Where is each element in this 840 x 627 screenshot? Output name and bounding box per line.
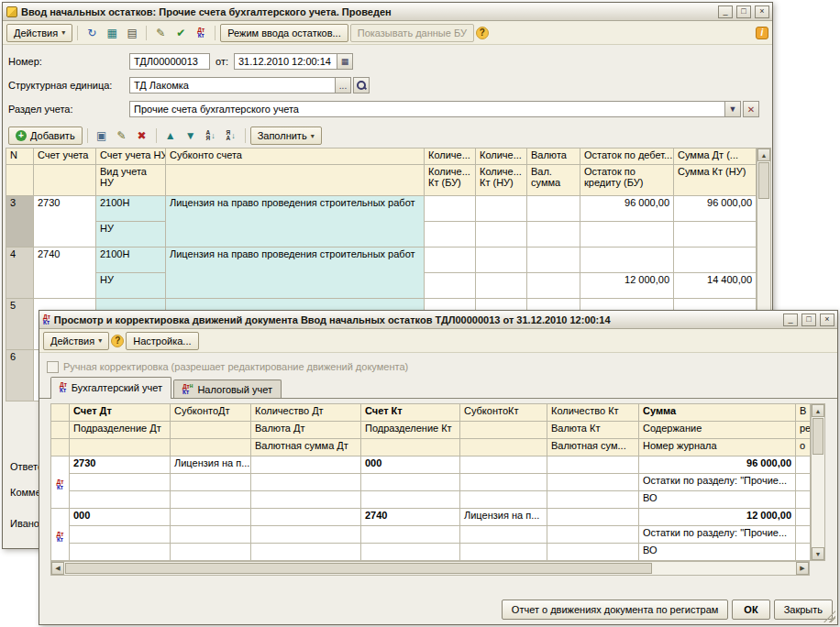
qty-cell[interactable] — [425, 196, 476, 222]
fill-menu-button[interactable]: Заполнить ▾ — [250, 126, 322, 145]
account-nu-cell[interactable]: 2100Н — [96, 248, 166, 273]
sum-dt-cell[interactable]: 96 000,00 — [674, 196, 757, 222]
sort-asc-icon[interactable]: АЯ ↓ — [202, 126, 220, 145]
table-icon[interactable]: ▦ — [103, 24, 121, 42]
debit-balance-cell[interactable] — [580, 248, 674, 273]
qty-cell[interactable] — [476, 222, 527, 248]
lookup-ellipsis-icon[interactable]: ... — [336, 77, 351, 94]
minimize-button[interactable]: _ — [783, 314, 798, 326]
scrollbar-thumb[interactable] — [758, 162, 769, 199]
empty-cell[interactable] — [70, 544, 171, 561]
qty-cell[interactable] — [476, 196, 527, 222]
qty-dt-cell[interactable] — [251, 509, 361, 526]
qty-cell[interactable] — [476, 248, 527, 273]
cur-kt-cell[interactable] — [547, 526, 639, 544]
credit-balance-cell[interactable]: 12 000,00 — [580, 273, 674, 299]
move-up-icon[interactable]: ▲ — [161, 126, 180, 145]
cut-cell[interactable] — [796, 474, 811, 491]
qty-dt-cell[interactable] — [251, 456, 361, 474]
post-icon[interactable]: ✔ — [171, 24, 190, 42]
dept-dt-cell[interactable] — [70, 526, 171, 544]
row-number-cell[interactable]: 3 — [6, 196, 34, 248]
content-cell[interactable]: Остатки по разделу: "Прочие... — [639, 474, 796, 491]
account-kt-cell[interactable]: 2740 — [361, 509, 460, 526]
combo-arrow-icon[interactable]: ▼ — [725, 101, 741, 117]
number-input[interactable]: ТДЛ00000013 — [129, 53, 210, 70]
table-row[interactable]: 4 2740 2100Н Лицензия на право проведени… — [6, 248, 757, 273]
empty-cell[interactable] — [171, 491, 251, 509]
sum-kt-cell[interactable] — [674, 222, 757, 248]
table-row[interactable]: 3 2730 2100Н Лицензия на право проведени… — [6, 196, 757, 222]
edit-icon[interactable]: ✎ — [151, 24, 170, 42]
account-dt-cell[interactable]: 2730 — [70, 456, 171, 474]
subconto-kt-cell[interactable]: Лицензия на п... — [460, 509, 547, 526]
qty-cell[interactable] — [425, 222, 476, 248]
help-icon[interactable]: ? — [111, 335, 124, 347]
kind-nu-cell[interactable]: НУ — [96, 273, 166, 299]
qty-cell[interactable] — [476, 273, 527, 299]
account-dt-cell[interactable]: 000 — [70, 509, 171, 526]
currency-cell[interactable] — [527, 196, 580, 222]
empty-cell[interactable] — [361, 544, 460, 561]
curamt-dt-cell[interactable] — [251, 544, 361, 561]
ok-button[interactable]: ОК — [732, 600, 769, 620]
subconto-kt-cell[interactable] — [460, 456, 547, 474]
row-number-cell[interactable]: 4 — [6, 248, 34, 299]
sum-cell[interactable]: 96 000,00 — [639, 456, 796, 474]
qty-cell[interactable] — [425, 273, 476, 299]
actions-menu-button[interactable]: Действия ▾ — [6, 24, 72, 42]
row-number-cell[interactable]: 5 — [6, 299, 34, 350]
tab-tax[interactable]: ДтН Кт Налоговый учет — [173, 380, 282, 398]
movement-row-line3[interactable]: ВО — [51, 491, 811, 509]
maximize-button[interactable]: □ — [736, 6, 751, 18]
movement-row-line2[interactable]: Остатки по разделу: "Прочие... — [51, 526, 811, 544]
qty-kt-cell[interactable] — [547, 456, 639, 474]
sort-desc-icon[interactable]: ЯА ↓ — [222, 126, 240, 145]
journal-cell[interactable]: ВО — [639, 544, 796, 561]
kind-nu-cell[interactable]: НУ — [96, 222, 166, 248]
subconto-dt-cell[interactable] — [171, 509, 251, 526]
info-icon[interactable]: i — [756, 27, 768, 39]
date-input[interactable]: 31.12.2010 12:00:14 — [234, 53, 337, 70]
scroll-left-icon[interactable]: ◀ — [51, 562, 64, 575]
curamt-kt-cell[interactable] — [547, 491, 639, 509]
empty-cell[interactable] — [171, 544, 251, 561]
empty-cell[interactable] — [70, 491, 171, 509]
close-button[interactable]: × — [820, 314, 834, 326]
magnifier-icon[interactable] — [353, 77, 370, 94]
cut-cell[interactable] — [796, 526, 811, 544]
section-input[interactable]: Прочие счета бухгалтерского учета — [129, 101, 725, 117]
titlebar[interactable]: Ввод начальных остатков: Прочие счета бу… — [3, 3, 772, 21]
copy-row-icon[interactable]: ▣ — [93, 126, 111, 145]
movement-row-line2[interactable]: Остатки по разделу: "Прочие... — [51, 474, 811, 491]
empty-cell[interactable] — [361, 491, 460, 509]
movement-row[interactable]: ДтКт 2730 Лицензия на п... 000 96 000,00 — [51, 456, 811, 474]
row-number-cell[interactable]: 6 — [6, 350, 34, 402]
subconto-cell[interactable]: Лицензия на право проведения строительны… — [166, 248, 425, 299]
scroll-up-icon[interactable]: ▲ — [757, 148, 770, 161]
account-nu-cell[interactable]: 2100Н — [96, 196, 166, 222]
balance-entry-mode-button[interactable]: Режим ввода остатков... — [220, 24, 348, 42]
account-cell[interactable]: 2730 — [34, 196, 96, 248]
subconto-dt-cell[interactable]: Лицензия на п... — [171, 456, 251, 474]
close-button[interactable]: Закрыть — [774, 600, 833, 620]
debit-balance-cell[interactable]: 96 000,00 — [580, 196, 674, 222]
refresh-icon[interactable]: ↻ — [83, 24, 101, 42]
vertical-scrollbar[interactable]: ▲ ▼ — [811, 403, 825, 561]
actions-menu-button[interactable]: Действия ▾ — [43, 332, 109, 350]
currency-cell[interactable] — [527, 248, 580, 273]
structural-unit-input[interactable]: ТД Лакомка — [129, 77, 336, 94]
curamt-dt-cell[interactable] — [251, 491, 361, 509]
curamt-kt-cell[interactable] — [547, 544, 639, 561]
scroll-down-icon[interactable]: ▼ — [812, 547, 824, 560]
dept-dt-cell[interactable] — [70, 474, 171, 491]
edit-row-icon[interactable]: ✎ — [113, 126, 131, 145]
settings-button[interactable]: Настройка... — [126, 332, 198, 350]
dept-kt-cell[interactable] — [361, 526, 460, 544]
scroll-right-icon[interactable]: ▶ — [796, 562, 809, 575]
scroll-up-icon[interactable]: ▲ — [812, 404, 824, 417]
close-button[interactable]: × — [755, 6, 769, 18]
maximize-button[interactable]: □ — [801, 314, 816, 326]
movements-dtkt-icon[interactable]: Дт Кт — [192, 24, 210, 42]
help-icon[interactable]: ? — [476, 27, 489, 39]
